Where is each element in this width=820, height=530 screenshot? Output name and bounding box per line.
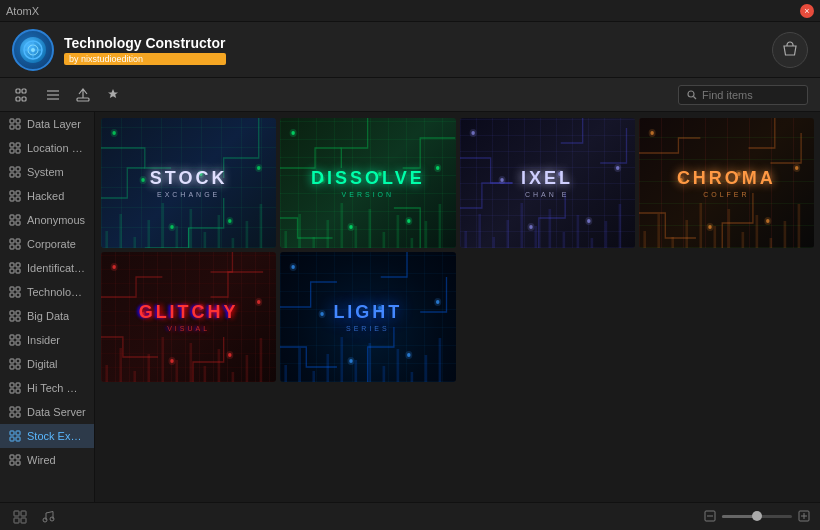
sidebar-item-label: Identification	[27, 262, 86, 274]
sidebar-item-wired[interactable]: Wired	[0, 448, 94, 472]
list-icon[interactable]	[42, 84, 64, 106]
sidebar-item-big-data[interactable]: Big Data	[0, 304, 94, 328]
sidebar-item-stock-exchang…[interactable]: Stock Exchang…	[0, 424, 94, 448]
sidebar-item-icon	[8, 285, 22, 299]
sidebar-item-label: Wired	[27, 454, 56, 466]
svg-rect-7	[22, 89, 26, 93]
svg-rect-56	[16, 359, 20, 363]
grid-item-label-container: DISSOLVE VERSION	[280, 118, 455, 248]
svg-rect-26	[16, 173, 20, 177]
header: Technology Constructor by nixstudioediti…	[0, 22, 820, 78]
svg-rect-69	[10, 437, 14, 441]
logo-inner	[20, 37, 46, 63]
svg-rect-48	[16, 311, 20, 315]
grid-item-subtitle: VISUAL	[167, 325, 210, 332]
svg-rect-34	[16, 221, 20, 225]
svg-rect-222	[21, 518, 26, 523]
grid-item-title: IXEL	[521, 168, 573, 189]
zoom-slider[interactable]	[722, 515, 792, 518]
sidebar-item-location-map[interactable]: Location Map	[0, 136, 94, 160]
bag-icon[interactable]	[772, 32, 808, 68]
sidebar-item-corporate[interactable]: Corporate	[0, 232, 94, 256]
sidebar-item-label: Big Data	[27, 310, 69, 322]
svg-rect-67	[10, 431, 14, 435]
sidebar-item-technology-core[interactable]: Technology Core	[0, 280, 94, 304]
svg-rect-62	[16, 389, 20, 393]
sidebar-item-digital[interactable]: Digital	[0, 352, 94, 376]
grid-item-glitchy[interactable]: GLITCHY VISUAL	[101, 252, 276, 382]
sidebar-item-icon	[8, 213, 22, 227]
grid-item-title: CHROMA	[677, 168, 776, 189]
sidebar-item-identification[interactable]: Identification	[0, 256, 94, 280]
svg-rect-23	[10, 167, 14, 171]
sidebar-item-icon	[8, 141, 22, 155]
svg-rect-63	[10, 407, 14, 411]
svg-rect-30	[16, 197, 20, 201]
sidebar-item-label: Hi Tech Map	[27, 382, 86, 394]
svg-rect-61	[10, 389, 14, 393]
search-placeholder: Find items	[702, 89, 753, 101]
sidebar-item-label: Hacked	[27, 190, 64, 202]
music-icon[interactable]	[38, 507, 58, 527]
svg-rect-37	[10, 245, 14, 249]
grid-item-dissolve[interactable]: DISSOLVE VERSION	[280, 118, 455, 248]
svg-rect-12	[77, 98, 89, 101]
svg-rect-8	[22, 97, 26, 101]
sidebar-item-label: Data Server	[27, 406, 86, 418]
svg-rect-33	[10, 221, 14, 225]
filter-icon[interactable]	[12, 84, 34, 106]
grid-item-chroma[interactable]: CHROMA COLFER	[639, 118, 814, 248]
grid-item-subtitle: VERSION	[342, 191, 395, 198]
sidebar-item-hi-tech-map[interactable]: Hi Tech Map	[0, 376, 94, 400]
svg-rect-20	[16, 143, 20, 147]
svg-rect-43	[10, 287, 14, 291]
sidebar-item-anonymous[interactable]: Anonymous	[0, 208, 94, 232]
sidebar-item-icon	[8, 405, 22, 419]
sidebar-item-label: Technology Core	[27, 286, 86, 298]
sidebar-item-system[interactable]: System	[0, 160, 94, 184]
svg-rect-50	[16, 317, 20, 321]
grid-item-title: LIGHT	[333, 302, 402, 323]
star-icon[interactable]	[102, 84, 124, 106]
svg-rect-22	[16, 149, 20, 153]
sidebar-item-data-layer[interactable]: Data Layer	[0, 112, 94, 136]
grid-item-label-container: STOCK EXCHANGE	[101, 118, 276, 248]
svg-rect-58	[16, 365, 20, 369]
svg-rect-53	[10, 341, 14, 345]
grid-item-subtitle: SERIES	[346, 325, 390, 332]
svg-rect-219	[14, 511, 19, 516]
svg-rect-55	[10, 359, 14, 363]
content-area[interactable]: STOCK EXCHANGE DISSOLVE VERSION IXEL CHA…	[95, 112, 820, 502]
sidebar-item-hacked[interactable]: Hacked	[0, 184, 94, 208]
sidebar-item-data-server[interactable]: Data Server	[0, 400, 94, 424]
svg-rect-44	[16, 287, 20, 291]
svg-rect-66	[16, 413, 20, 417]
main-layout: Data Layer Location Map System	[0, 112, 820, 502]
sidebar-item-insider[interactable]: Insider	[0, 328, 94, 352]
grid-item-stock[interactable]: STOCK EXCHANGE	[101, 118, 276, 248]
sidebar-item-label: Stock Exchang…	[27, 430, 86, 442]
svg-rect-221	[14, 518, 19, 523]
svg-rect-41	[10, 269, 14, 273]
grid-item-pixel[interactable]: IXEL CHAN E	[460, 118, 635, 248]
sidebar-item-icon	[8, 261, 22, 275]
zoom-out-icon[interactable]	[704, 510, 716, 524]
svg-rect-49	[10, 317, 14, 321]
svg-rect-220	[21, 511, 26, 516]
svg-rect-17	[10, 125, 14, 129]
export-icon[interactable]	[72, 84, 94, 106]
grid-item-light[interactable]: LIGHT SERIES	[280, 252, 455, 382]
sidebar-item-icon	[8, 333, 22, 347]
svg-rect-54	[16, 341, 20, 345]
sidebar: Data Layer Location Map System	[0, 112, 95, 502]
title-bar-text: AtomX	[6, 5, 39, 17]
svg-rect-36	[16, 239, 20, 243]
grid-view-icon[interactable]	[10, 507, 30, 527]
zoom-in-icon[interactable]	[798, 510, 810, 524]
svg-rect-74	[16, 461, 20, 465]
title-bar: AtomX ×	[0, 0, 820, 22]
search-box[interactable]: Find items	[678, 85, 808, 105]
sidebar-item-label: Insider	[27, 334, 60, 346]
svg-rect-52	[16, 335, 20, 339]
close-button[interactable]: ×	[800, 4, 814, 18]
